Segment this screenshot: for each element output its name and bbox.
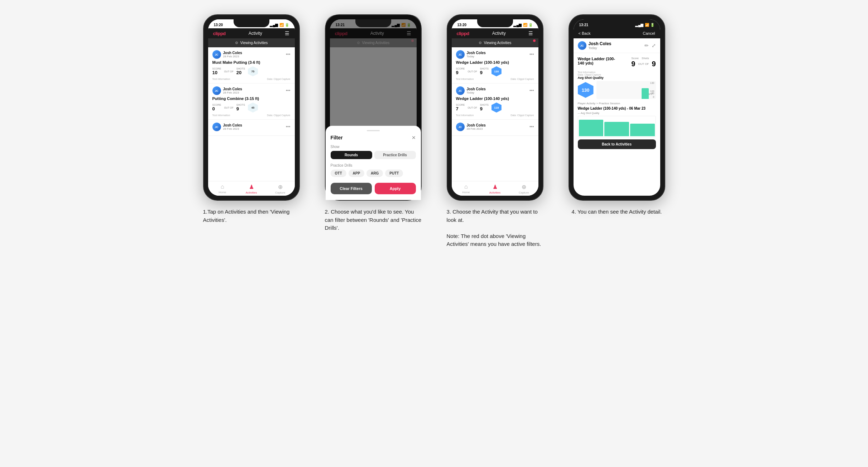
- avg-sq-label: Avg Shot Quality: [578, 76, 656, 80]
- viewing-activities-bar-3[interactable]: ⚙ Viewing Activities: [452, 38, 538, 47]
- activity-card-3-1[interactable]: JC Josh Coles Today ••• Wedge Ladder (10…: [452, 47, 538, 84]
- bar-3: [630, 124, 655, 136]
- practice-toggle[interactable]: Practice Drills: [374, 151, 416, 159]
- clippd-logo-3: clippd: [457, 31, 469, 36]
- pill-ott[interactable]: OTT: [331, 170, 346, 177]
- filter-pills: OTT APP ARG PUTT: [331, 170, 416, 177]
- modal-overlay-2: Filter ✕ Show Rounds Practice Drills Pra…: [330, 19, 417, 196]
- bottom-nav-3: ⌂ Home ♟ Activities ⊕ Capture: [452, 181, 538, 196]
- signal-icon-4: ▂▄▆: [635, 23, 643, 27]
- modal-handle: [367, 130, 380, 131]
- apply-button[interactable]: Apply: [375, 183, 416, 194]
- score-label-3-1: Score: [456, 67, 465, 70]
- score-val-1-2: 0: [212, 106, 221, 111]
- caption-1: 1.Tap on Activities and then 'Viewing Ac…: [203, 208, 300, 224]
- more-dots-1-2[interactable]: •••: [286, 88, 291, 93]
- shots-val-1-2: 9: [236, 106, 245, 111]
- more-dots-3-3[interactable]: •••: [529, 124, 534, 129]
- detail-scores: 9 OUT OF 9: [631, 60, 656, 68]
- phone-inner-3: 13:20 ▂▄▆ 📶 🔋 clippd Activity ☰ ⚙ Viewin…: [452, 19, 538, 196]
- pill-putt[interactable]: PUTT: [385, 170, 403, 177]
- sq-hex-3-1: 130: [491, 66, 502, 76]
- nav-capture-1[interactable]: ⊕ Capture: [266, 184, 295, 194]
- hamburger-icon-3[interactable]: ☰: [528, 30, 533, 36]
- bar-1: [579, 120, 604, 136]
- more-dots-1-3[interactable]: •••: [286, 124, 291, 129]
- card-user-3-3: JC Josh Coles 28 Feb 2023: [456, 123, 486, 131]
- viewing-activities-text-1: Viewing Activities: [240, 41, 268, 45]
- card-footer-1-2: Test Information Data: Clippd Capture: [212, 114, 291, 116]
- card-header-1-2: JC Josh Coles 28 Feb 2023 •••: [212, 86, 291, 95]
- phone-inner-1: 13:20 ▂▄▆ 📶 🔋 clippd Activity ☰ ⚙ Vi: [208, 19, 295, 196]
- caption-4: 4. You can then see the Activity detail.: [572, 208, 662, 216]
- avatar-3-3: JC: [456, 123, 465, 131]
- wifi-icon-3: 📶: [523, 23, 527, 27]
- viewing-activities-bar-1[interactable]: ⚙ Viewing Activities: [208, 38, 295, 47]
- phone-2: 13:21 ▂▄▆ 📶 🔋 clippd Activity ☰ ⚙ Vi: [325, 14, 422, 201]
- close-icon[interactable]: ✕: [412, 135, 416, 140]
- hamburger-icon-1[interactable]: ☰: [285, 30, 289, 36]
- detail-user-date: Today: [589, 46, 612, 50]
- stats-row-1-2: Score 0 OUT OF Shots 9 45: [212, 103, 291, 113]
- practice-session-title: Wedge Ladder (100-140 yds) - 06 Mar 23: [578, 106, 656, 110]
- stats-row-3-1: Score 9 OUT OF Shots 9 130: [456, 66, 534, 76]
- detail-header: < Back Cancel: [574, 28, 660, 38]
- more-dots-1-1[interactable]: •••: [286, 52, 291, 57]
- phone-inner-4: 13:21 ▂▄▆ 📶 🔋 < Back Cancel JC Jos: [574, 19, 660, 196]
- activities-label-3: Activities: [489, 191, 501, 194]
- stats-row-3-2: Score 7 OUT OF Shots 9 118: [456, 103, 534, 113]
- nav-activities-3[interactable]: ♟ Activities: [480, 184, 509, 194]
- rounds-toggle[interactable]: Rounds: [331, 151, 372, 159]
- pill-app[interactable]: APP: [349, 170, 365, 177]
- bottom-nav-1: ⌂ Home ♟ Activities ⊕ Capture: [208, 181, 295, 196]
- nav-bar-3: clippd Activity ☰: [452, 28, 538, 38]
- stat-score-1-1: Score 10: [212, 67, 221, 75]
- pill-arg[interactable]: ARG: [366, 170, 383, 177]
- nav-capture-3[interactable]: ⊕ Capture: [509, 184, 538, 194]
- card-header-3-2: JC Josh Coles Today •••: [456, 86, 534, 95]
- activity-card-3-2[interactable]: JC Josh Coles Today ••• Wedge Ladder (10…: [452, 84, 538, 120]
- nav-home-1[interactable]: ⌂ Home: [208, 184, 237, 194]
- score-label-1-2: Score: [212, 104, 221, 106]
- activity-card-1-1[interactable]: JC Josh Coles 28 Feb 2023 ••• Must Make …: [208, 47, 295, 84]
- activity-card-3-3[interactable]: JC Josh Coles 28 Feb 2023 •••: [452, 120, 538, 136]
- edit-icon[interactable]: ✏: [644, 43, 649, 48]
- expand-icon[interactable]: ⤢: [652, 43, 656, 48]
- viewing-activities-text-3: Viewing Activities: [484, 41, 512, 45]
- cancel-button[interactable]: Cancel: [643, 31, 655, 35]
- back-to-activities-button[interactable]: Back to Activities: [578, 139, 656, 149]
- footer-left-1-2: Test Information: [212, 114, 230, 116]
- detail-avatar: JC: [578, 41, 586, 50]
- practice-filter-label: Practice Drills: [331, 163, 416, 167]
- nav-bar-1: clippd Activity ☰: [208, 28, 295, 38]
- show-label: Show: [331, 145, 416, 149]
- card-footer-1-1: Test Information Data: Clippd Capture: [212, 78, 291, 80]
- home-label-1: Home: [219, 191, 226, 194]
- stat-score-1-2: Score 0: [212, 104, 221, 111]
- detail-title-row: Wedge Ladder (100-140 yds) Score Shots 9…: [578, 57, 656, 68]
- status-time-1: 13:20: [214, 23, 223, 27]
- toggle-row: Rounds Practice Drills: [331, 151, 416, 159]
- phone-notch-4: [599, 19, 635, 27]
- back-button[interactable]: < Back: [579, 31, 591, 35]
- nav-home-3[interactable]: ⌂ Home: [452, 184, 481, 194]
- detail-info-notes: Test Information Data: Clippd Capture: [578, 71, 656, 76]
- more-dots-3-1[interactable]: •••: [529, 52, 534, 57]
- more-dots-3-2[interactable]: •••: [529, 88, 534, 93]
- battery-icon-1: 🔋: [285, 23, 289, 27]
- activity-card-1-2[interactable]: JC Josh Coles 28 Feb 2023 ••• Putting Co…: [208, 84, 295, 120]
- clear-filters-button[interactable]: Clear Filters: [331, 183, 372, 194]
- user-name-1-1: Josh Coles: [223, 51, 242, 55]
- user-info-3-1: Josh Coles Today: [467, 51, 486, 58]
- wifi-icon-1: 📶: [279, 23, 284, 27]
- stat-shots-3-2: Shots 9: [480, 104, 489, 111]
- footer-left-3-1: Test Information: [456, 78, 474, 80]
- activity-card-1-3[interactable]: JC Josh Coles 28 Feb 2023 •••: [208, 120, 295, 136]
- avatar-1-3: JC: [212, 123, 221, 131]
- nav-activities-1[interactable]: ♟ Activities: [237, 184, 266, 194]
- card-user-1-2: JC Josh Coles 28 Feb 2023: [212, 86, 242, 95]
- card-header-1-3: JC Josh Coles 28 Feb 2023 •••: [212, 123, 291, 131]
- sq-hex-1-2: 45: [248, 103, 258, 113]
- user-info-1-2: Josh Coles 28 Feb 2023: [223, 87, 242, 94]
- scroll-content-1: JC Josh Coles 28 Feb 2023 ••• Must Make …: [208, 47, 295, 181]
